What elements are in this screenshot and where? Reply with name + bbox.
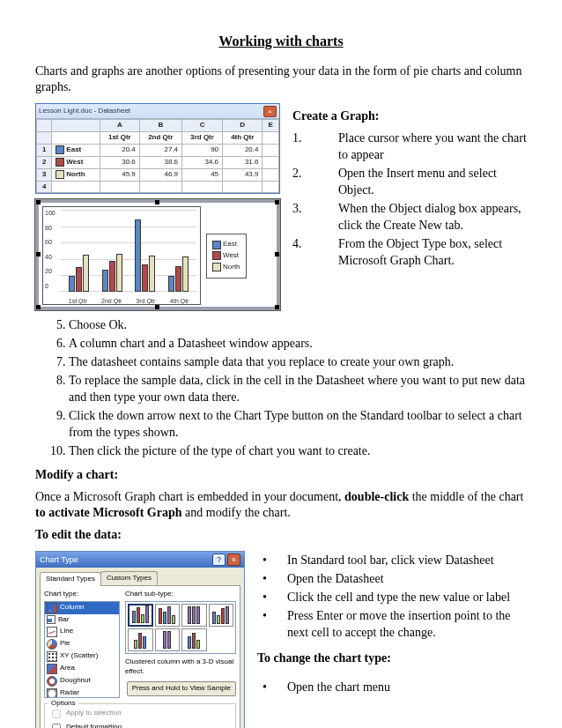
- options-group: Options Apply to selection Default forma…: [44, 703, 236, 728]
- intro-paragraph: Charts and graphs are another options of…: [35, 63, 527, 97]
- datasheet-window-title: Lesson Light.doc - Datasheet: [39, 107, 263, 116]
- chart-type-item[interactable]: Bar: [45, 614, 119, 626]
- apply-to-selection-checkbox[interactable]: Apply to selection: [48, 707, 232, 721]
- chart-subtype-label: Chart sub-type:: [125, 590, 236, 599]
- modify-chart-paragraph: Once a Microsoft Graph chart is embedded…: [35, 489, 527, 523]
- help-icon[interactable]: ?: [212, 553, 226, 566]
- doughnut-icon: [47, 676, 57, 687]
- close-icon[interactable]: ×: [227, 553, 240, 566]
- chart-type-item[interactable]: Radar: [45, 687, 119, 698]
- change-chart-type-heading: To change the chart type:: [257, 651, 391, 665]
- default-formatting-checkbox[interactable]: Default formatting: [48, 721, 232, 728]
- embedded-chart: 100806040200 1st Qtr2nd Qtr3rd Qtr4th Qt…: [35, 199, 280, 310]
- chart-type-item[interactable]: Pie: [45, 638, 119, 650]
- subtype-cell[interactable]: [128, 604, 153, 627]
- chart-type-item[interactable]: XY (Scatter): [45, 650, 119, 663]
- chart-type-label: Chart type:: [44, 590, 120, 599]
- datasheet-titlebar: Lesson Light.doc - Datasheet ×: [36, 104, 279, 119]
- chart-type-item[interactable]: Area: [45, 663, 119, 675]
- page-title: Working with charts: [35, 32, 527, 51]
- chart-subtype-grid[interactable]: [125, 601, 236, 654]
- xy-icon: [47, 651, 57, 662]
- edit-data-heading: To edit the data:: [35, 528, 122, 541]
- chart-type-item[interactable]: Column: [45, 602, 119, 614]
- pie-icon: [47, 639, 57, 650]
- table-row: 2 West 30.638.634.631.6: [37, 156, 279, 168]
- table-row: 3 North 45.946.94543.9: [37, 168, 279, 181]
- subtype-cell[interactable]: [181, 628, 207, 651]
- create-graph-heading: Create a Graph:: [292, 109, 380, 123]
- column-icon: [47, 603, 57, 613]
- subtype-cell[interactable]: [181, 604, 207, 627]
- edit-data-bullets: •In Standard tool bar, click view Datash…: [257, 553, 527, 641]
- modify-chart-heading: Modify a chart:: [35, 468, 118, 481]
- close-icon[interactable]: ×: [263, 106, 277, 117]
- datasheet-header-row: 1st Qtr 2nd Qtr 3rd Qtr 4th Qtr: [37, 132, 279, 145]
- series-swatch-icon: [55, 170, 64, 179]
- datasheet-letter-row: A B C D E: [37, 120, 279, 132]
- chart-bars: [63, 211, 195, 292]
- chart-plot-area: 100806040200 1st Qtr2nd Qtr3rd Qtr4th Qt…: [42, 206, 201, 305]
- subtype-cell[interactable]: [155, 628, 181, 651]
- subtype-cell[interactable]: [155, 604, 181, 627]
- subtype-cell[interactable]: [128, 628, 153, 651]
- chart-type-item[interactable]: Line: [45, 626, 119, 638]
- preview-button[interactable]: Press and Hold to View Sample: [127, 681, 236, 696]
- area-icon: [47, 664, 57, 674]
- bar-icon: [47, 615, 55, 624]
- series-swatch-icon: [55, 145, 64, 154]
- chart-yaxis: 100806040200: [45, 209, 55, 290]
- subtype-description: Clustered column with a 3-D visual effec…: [125, 657, 236, 677]
- create-steps-right: 1.Place cursor where you want the chart …: [292, 130, 527, 269]
- chart-xaxis: 1st Qtr2nd Qtr3rd Qtr4th Qtr: [61, 298, 196, 304]
- subtype-cell[interactable]: [209, 604, 234, 627]
- chart-type-list[interactable]: ColumnBarLinePieXY (Scatter)AreaDoughnut…: [44, 601, 120, 698]
- line-icon: [47, 627, 57, 637]
- tab-standard-types[interactable]: Standard Types: [40, 572, 101, 586]
- chart-legend: EastWestNorth: [206, 234, 247, 278]
- table-row: 1 East 20.427.49020.4: [37, 144, 279, 156]
- dialog-titlebar: Chart Type ? ×: [36, 552, 244, 568]
- radar-icon: [47, 688, 57, 698]
- change-chart-type-bullets: •Open the chart menu: [257, 680, 527, 696]
- tab-custom-types[interactable]: Custom Types: [100, 571, 158, 585]
- chart-type-item[interactable]: Doughnut: [45, 675, 119, 687]
- datasheet-table: A B C D E 1st Qtr 2nd Qtr 3rd Qtr 4th Qt…: [36, 119, 279, 193]
- series-swatch-icon: [55, 158, 64, 167]
- create-steps-below: Choose Ok. A column chart and a Datashee…: [69, 317, 527, 459]
- datasheet-chart-screenshot: Lesson Light.doc - Datasheet × A B C D E: [35, 103, 280, 310]
- chart-type-dialog: Chart Type ? × Standard Types Custom Typ…: [35, 551, 245, 728]
